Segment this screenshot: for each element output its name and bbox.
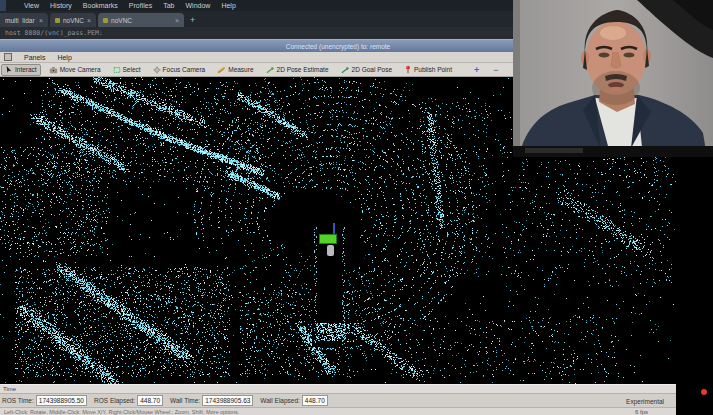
ros-elapsed-label: ROS Elapsed:	[94, 397, 135, 404]
tab-novnc-1[interactable]: noVNC ×	[50, 13, 96, 27]
window-icon	[4, 53, 12, 61]
time-panel-title: Time	[3, 386, 16, 392]
wall-time-field: Wall Time: 1743988905.63	[170, 395, 253, 406]
menu-history[interactable]: History	[50, 0, 72, 11]
webcam-overlay	[513, 0, 713, 157]
rviz-menu-panels[interactable]: Panels	[24, 54, 45, 61]
select-box-icon	[113, 66, 121, 74]
menubar-edge-fragment	[0, 0, 6, 11]
webcam-video	[513, 0, 713, 157]
forehead-highlight	[600, 26, 626, 40]
wall-elapsed-field: Wall Elapsed: 448.70	[260, 395, 327, 406]
tool-label: 2D Goal Pose	[352, 66, 392, 73]
map-pin-icon	[404, 65, 412, 74]
green-arrow-icon	[266, 66, 275, 74]
tab-label: noVNC	[63, 17, 84, 24]
camera-icon	[49, 66, 58, 74]
ros-elapsed-value[interactable]: 448.70	[137, 395, 163, 406]
ruler-icon	[217, 66, 226, 74]
tab-close-icon[interactable]: ×	[39, 17, 43, 24]
url-text: host 8080/(vnc)_pass.PEM:	[5, 29, 103, 37]
wall-elapsed-label: Wall Elapsed:	[260, 397, 300, 404]
menu-window[interactable]: Window	[185, 0, 210, 11]
rviz-time-panel: Time ROS Time: 1743988905.50 ROS Elapsed…	[0, 384, 676, 407]
ros-time-field: ROS Time: 1743988905.50	[2, 395, 87, 406]
screen: View History Bookmarks Profiles Tab Wind…	[0, 0, 713, 415]
tab-label: multi_lidar_regis	[5, 17, 36, 24]
wall-time-value[interactable]: 1743988905.63	[202, 395, 253, 406]
cursor-icon	[5, 66, 13, 74]
robot-axis-marker	[333, 223, 335, 234]
remove-tool-button[interactable]: −	[493, 65, 498, 75]
green-arrow-icon	[341, 66, 350, 74]
tool-move-camera-button[interactable]: Move Camera	[45, 64, 105, 76]
tool-2d-goal-pose-button[interactable]: 2D Goal Pose	[337, 64, 396, 76]
vnc-window-title: Connected (unencrypted) to: remote	[286, 43, 390, 50]
rviz-statusbar: Left-Click: Rotate. Middle-Click: Move X…	[0, 407, 676, 415]
novnc-favicon-icon	[103, 18, 108, 23]
tab-multi-lidar[interactable]: multi_lidar_regis ×	[0, 13, 48, 27]
tab-novnc-2-active[interactable]: noVNC ×	[98, 13, 184, 27]
tab-close-icon[interactable]: ×	[175, 17, 179, 24]
tool-measure-button[interactable]: Measure	[213, 64, 257, 76]
tool-2d-pose-estimate-button[interactable]: 2D Pose Estimate	[262, 64, 333, 76]
time-panel-fields: ROS Time: 1743988905.50 ROS Elapsed: 448…	[0, 394, 676, 407]
tool-label: Measure	[228, 66, 253, 73]
time-panel-header[interactable]: Time	[0, 385, 676, 394]
tab-close-icon[interactable]: ×	[87, 17, 91, 24]
ros-time-label: ROS Time:	[2, 397, 34, 404]
menu-profiles[interactable]: Profiles	[129, 0, 152, 11]
tool-label: 2D Pose Estimate	[277, 66, 329, 73]
wall-elapsed-value[interactable]: 448.70	[302, 395, 328, 406]
ros-elapsed-field: ROS Elapsed: 448.70	[94, 395, 163, 406]
new-tab-button[interactable]: +	[190, 13, 195, 27]
tool-focus-camera-button[interactable]: Focus Camera	[149, 64, 210, 76]
tool-label: Interact	[15, 66, 37, 73]
tool-label: Move Camera	[60, 66, 101, 73]
person-eyes	[599, 53, 610, 58]
wall-time-label: Wall Time:	[170, 397, 200, 404]
add-tool-button[interactable]: +	[474, 65, 479, 75]
ros-time-value[interactable]: 1743988905.50	[36, 395, 87, 406]
recording-dot-icon	[701, 389, 707, 395]
robot-bounding-box-marker	[319, 234, 337, 244]
tool-interact-button[interactable]: Interact	[1, 64, 41, 76]
fps-counter: 6 fps	[635, 409, 648, 415]
focus-crosshair-icon	[153, 66, 161, 74]
tool-publish-point-button[interactable]: Publish Point	[400, 63, 456, 76]
tool-label: Publish Point	[414, 66, 452, 73]
novnc-favicon-icon	[55, 18, 60, 23]
menu-help[interactable]: Help	[221, 0, 235, 11]
menu-view[interactable]: View	[24, 0, 39, 11]
statusbar-hint: Left-Click: Rotate. Middle-Click: Move X…	[4, 409, 239, 415]
menu-bookmarks[interactable]: Bookmarks	[83, 0, 118, 11]
rviz-menu-help[interactable]: Help	[57, 54, 71, 61]
tool-label: Focus Camera	[163, 66, 206, 73]
tool-select-button[interactable]: Select	[109, 64, 145, 76]
robot-model-marker	[327, 245, 334, 256]
menu-tab[interactable]: Tab	[163, 0, 174, 11]
tool-label: Select	[123, 66, 141, 73]
experimental-label[interactable]: Experimental	[626, 398, 664, 405]
tab-label: noVNC	[111, 17, 132, 24]
